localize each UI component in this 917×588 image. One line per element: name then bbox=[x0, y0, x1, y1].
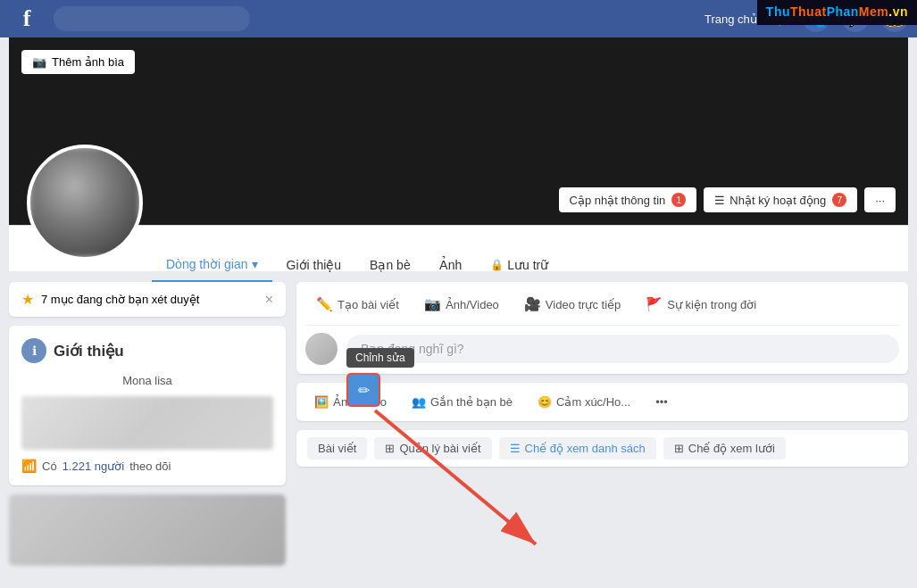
post-top-buttons: ✏️ Tạo bài viết 📷 Ảnh/Video 🎥 Video trực… bbox=[305, 291, 899, 326]
search-wrapper: 🔍 bbox=[54, 6, 250, 31]
post-avatar bbox=[305, 333, 338, 365]
life-event-button[interactable]: 🚩 Sự kiện trong đời bbox=[635, 291, 767, 318]
flag-icon: 🚩 bbox=[646, 296, 663, 312]
nav-item-timeline[interactable]: Dòng thời gian ▾ bbox=[152, 248, 272, 283]
edit-button[interactable]: ✏ bbox=[346, 373, 380, 407]
create-post-label: Tạo bài viết bbox=[338, 298, 399, 311]
photo-icon: 🖼️ bbox=[314, 395, 329, 409]
grid-icon: ⊞ bbox=[674, 442, 684, 455]
camera-icon: 📷 bbox=[32, 55, 46, 69]
activity-log-button[interactable]: ☰ Nhật ký hoạt động 7 bbox=[704, 187, 857, 212]
posts-filter-label: Bài viết bbox=[318, 442, 356, 455]
archive-label: Lưu trữ bbox=[507, 258, 548, 272]
media-buttons-bar: 🖼️ Ảnh/Video 👥 Gắn thẻ bạn bè 😊 Cảm xúc/… bbox=[296, 383, 908, 421]
star-icon: ★ bbox=[21, 291, 34, 308]
facebook-logo: f bbox=[9, 5, 45, 32]
feeling-button[interactable]: 😊 Cảm xúc/Ho... bbox=[527, 390, 641, 414]
grid-view-button[interactable]: ⊞ Chế độ xem lưới bbox=[663, 437, 786, 460]
emoji-icon: 😊 bbox=[538, 395, 552, 409]
live-video-label: Video trực tiếp bbox=[546, 298, 621, 311]
profile-picture bbox=[27, 145, 143, 261]
list-view-button[interactable]: ☰ Chế độ xem danh sách bbox=[499, 437, 656, 460]
lock-icon: 🔒 bbox=[490, 259, 504, 271]
main-content: ★ 7 mục đang chờ bạn xét duyệt × ℹ Giới … bbox=[0, 271, 917, 577]
camera-icon-2: 📷 bbox=[424, 296, 441, 312]
more-media-icon: ••• bbox=[655, 395, 668, 409]
intro-box: ℹ Giới thiệu Mona lisa 📶 Có 1.221 người … bbox=[9, 326, 286, 485]
about-label: Giới thiệu bbox=[287, 258, 342, 272]
nav-item-friends[interactable]: Bạn bè bbox=[355, 249, 425, 283]
filter-bar: Bài viết ⊞ Quản lý bài viết ☰ Chế độ xem… bbox=[296, 430, 908, 467]
followers-prefix: Có bbox=[42, 460, 57, 473]
close-pending-button[interactable]: × bbox=[265, 292, 273, 308]
life-event-label: Sự kiện trong đời bbox=[667, 298, 756, 311]
tooltip-label: Chỉnh sửa bbox=[355, 352, 405, 364]
more-options-button[interactable]: ··· bbox=[864, 187, 896, 212]
intro-icon: ℹ bbox=[21, 338, 46, 363]
manage-posts-button[interactable]: ⊞ Quản lý bài viết bbox=[374, 437, 491, 460]
update-info-badge: 1 bbox=[671, 193, 686, 207]
nav-item-about[interactable]: Giới thiệu bbox=[272, 249, 356, 283]
edit-icon: ✏️ bbox=[316, 296, 333, 312]
followers-count: 1.221 người bbox=[63, 460, 125, 473]
photos-label: Ảnh bbox=[439, 258, 463, 272]
followers-row: 📶 Có 1.221 người theo dõi bbox=[21, 459, 273, 473]
pencil-icon: ✏ bbox=[358, 382, 370, 399]
profile-navigation: Dòng thời gian ▾ Giới thiệu Bạn bè Ảnh 🔒… bbox=[9, 225, 908, 271]
posts-filter-button[interactable]: Bài viết bbox=[307, 437, 367, 460]
add-cover-label: Thêm ảnh bìa bbox=[52, 55, 124, 69]
list-icon: ☰ bbox=[714, 194, 725, 207]
profile-pic-blur bbox=[30, 148, 139, 257]
list-view-icon: ☰ bbox=[510, 442, 521, 455]
top-navigation: f 🔍 Trang chủ Tạo 👥 💬 🔔 1 ThuThuatPhanMe… bbox=[0, 0, 917, 37]
tag-icon: 👥 bbox=[412, 395, 426, 409]
update-info-button[interactable]: Cập nhật thông tin 1 bbox=[559, 187, 697, 212]
activity-log-label: Nhật ký hoạt động bbox=[729, 194, 826, 207]
live-video-button[interactable]: 🎥 Video trực tiếp bbox=[513, 291, 631, 318]
thuthuat-logo: ThuThuatPhanMem.vn bbox=[757, 0, 917, 25]
manage-icon: ⊞ bbox=[385, 442, 395, 455]
bottom-photo bbox=[9, 494, 286, 566]
nav-item-archive[interactable]: 🔒 Lưu trữ bbox=[476, 249, 563, 283]
home-link[interactable]: Trang chủ bbox=[704, 12, 757, 26]
edit-tooltip-area: Chỉnh sửa ✏ bbox=[346, 373, 380, 407]
intro-header: ℹ Giới thiệu bbox=[21, 338, 273, 363]
update-info-label: Cập nhật thông tin bbox=[570, 194, 666, 207]
photo-video-button[interactable]: 📷 Ảnh/Video bbox=[413, 291, 510, 318]
intro-blurred-content bbox=[21, 396, 273, 450]
tag-friends-label: Gắn thẻ bạn bè bbox=[430, 395, 513, 409]
followers-suffix: theo dõi bbox=[129, 460, 171, 473]
left-sidebar: ★ 7 mục đang chờ bạn xét duyệt × ℹ Giới … bbox=[9, 282, 286, 567]
chevron-down-icon: ▾ bbox=[252, 257, 258, 271]
create-post-button[interactable]: ✏️ Tạo bài viết bbox=[305, 291, 410, 318]
add-cover-button[interactable]: 📷 Thêm ảnh bìa bbox=[21, 50, 135, 74]
tag-friends-button[interactable]: 👥 Gắn thẻ bạn bè bbox=[401, 390, 523, 414]
more-media-button[interactable]: ••• bbox=[645, 390, 679, 414]
intro-name: Mona lisa bbox=[21, 374, 273, 387]
more-icon: ··· bbox=[875, 194, 885, 207]
pending-notice: ★ 7 mục đang chờ bạn xét duyệt × bbox=[9, 282, 286, 317]
manage-posts-label: Quản lý bài viết bbox=[399, 442, 480, 455]
photo-video-label: Ảnh/Video bbox=[446, 298, 499, 311]
grid-view-label: Chế độ xem lưới bbox=[688, 442, 775, 455]
list-view-label: Chế độ xem danh sách bbox=[525, 442, 646, 455]
right-content: ✏️ Tạo bài viết 📷 Ảnh/Video 🎥 Video trực… bbox=[296, 282, 908, 567]
nav-item-photos[interactable]: Ảnh bbox=[425, 249, 477, 283]
timeline-label: Dòng thời gian bbox=[166, 257, 248, 271]
cover-section: 📷 Thêm ảnh bìa Cập nhật thông tin 1 ☰ Nh… bbox=[9, 37, 908, 225]
pending-label: 7 mục đang chờ bạn xét duyệt bbox=[41, 293, 199, 306]
intro-title: Giới thiệu bbox=[54, 342, 124, 360]
activity-log-badge: 7 bbox=[832, 193, 846, 207]
search-input[interactable] bbox=[54, 6, 250, 31]
cover-action-buttons: Cập nhật thông tin 1 ☰ Nhật ký hoạt động… bbox=[559, 187, 896, 212]
tooltip-box: Chỉnh sửa bbox=[346, 348, 414, 368]
feeling-label: Cảm xúc/Ho... bbox=[556, 395, 630, 409]
followers-icon: 📶 bbox=[21, 459, 37, 473]
friends-label: Bạn bè bbox=[370, 258, 411, 272]
post-input[interactable]: Bạn đang nghĩ gì? bbox=[346, 335, 899, 363]
video-icon: 🎥 bbox=[524, 296, 541, 312]
